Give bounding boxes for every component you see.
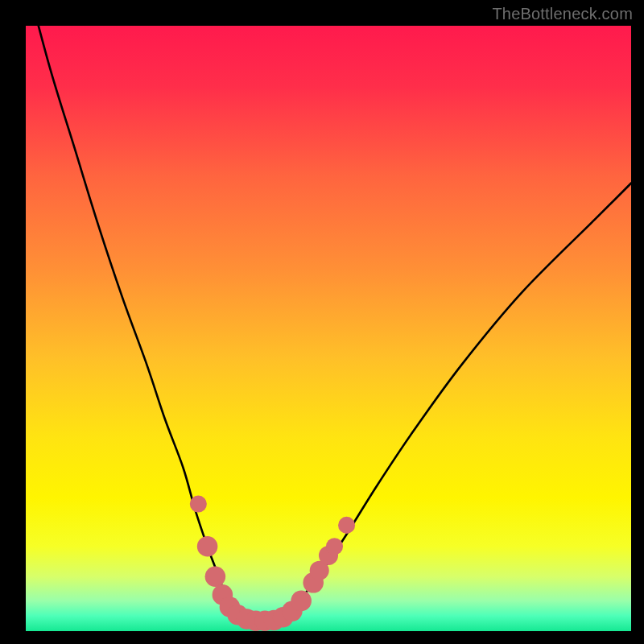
plot-area bbox=[26, 26, 631, 631]
data-marker bbox=[291, 591, 312, 612]
chart-frame: TheBottleneck.com bbox=[0, 0, 644, 644]
bottleneck-curve bbox=[26, 26, 631, 631]
data-marker bbox=[205, 567, 226, 588]
data-marker bbox=[326, 538, 343, 555]
watermark-text: TheBottleneck.com bbox=[492, 5, 633, 23]
data-marker bbox=[197, 536, 218, 557]
data-marker bbox=[190, 496, 207, 513]
data-marker bbox=[338, 517, 355, 534]
